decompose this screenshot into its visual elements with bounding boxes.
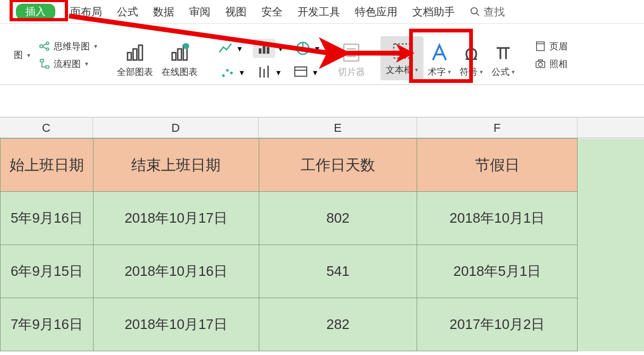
slicer-label: 切片器 <box>338 66 365 78</box>
ribbon-mindmap[interactable]: 思维导图▾ <box>39 40 97 53</box>
menu-bar: 插入 面布局 公式 数据 审阅 视图 安全 开发工具 特色应用 文档助手 查找 <box>0 0 644 24</box>
empty-cell[interactable] <box>578 139 644 192</box>
ribbon-symbol[interactable]: 符号▾ <box>455 39 487 80</box>
mindmap-icon <box>39 40 50 52</box>
tab-view[interactable]: 视图 <box>225 5 247 19</box>
ribbon-wordart[interactable]: 术字▾ <box>423 39 455 80</box>
ribbon-right-group: 页眉 照相 <box>530 30 572 80</box>
cell-d-r3[interactable]: 2018年10月17日 <box>93 298 259 351</box>
cell-e-r3[interactable]: 282 <box>259 298 417 351</box>
stock-chart-icon[interactable] <box>255 64 273 80</box>
ribbon-all-charts[interactable]: 全部图表 <box>113 39 157 80</box>
ribbon-left-group: 图▾ <box>10 30 35 80</box>
svg-rect-7 <box>40 60 44 62</box>
pi-icon <box>492 41 514 64</box>
tab-insert[interactable]: 插入 <box>16 4 55 20</box>
tab-security[interactable]: 安全 <box>261 5 283 19</box>
svg-point-21 <box>226 69 229 72</box>
header-start-date[interactable]: 始上班日期 <box>1 139 94 192</box>
cell-f-r3[interactable]: 2017年10月2日 <box>417 298 578 351</box>
svg-rect-9 <box>128 53 131 60</box>
mindmap-label: 思维导图 <box>54 40 90 53</box>
empty-cell[interactable] <box>578 298 644 351</box>
cell-c-r2[interactable]: 6年9月15日 <box>1 245 94 298</box>
header-footer-icon <box>535 40 546 52</box>
col-header-f[interactable]: F <box>417 117 578 138</box>
svg-rect-16 <box>259 48 261 54</box>
chevron-down-icon[interactable]: ▾ <box>315 44 319 54</box>
col-header-g[interactable] <box>578 117 644 138</box>
header-work-days[interactable]: 工作日天数 <box>259 139 417 192</box>
tab-review[interactable]: 审阅 <box>189 5 210 19</box>
line-chart-icon[interactable] <box>216 40 234 56</box>
more-charts-icon[interactable] <box>292 64 310 80</box>
ribbon-online-charts[interactable]: 在线图表 <box>157 39 202 80</box>
header-end-date[interactable]: 结束上班日期 <box>93 139 259 192</box>
tab-data[interactable]: 数据 <box>153 5 174 19</box>
ribbon-textbox[interactable]: A 文本框▾ <box>380 36 423 80</box>
col-header-c[interactable]: C <box>0 117 93 138</box>
ribbon-separator <box>107 33 107 76</box>
slicer-icon <box>340 41 362 64</box>
tab-doc-assistant[interactable]: 文档助手 <box>412 5 455 19</box>
ribbon-header-footer[interactable]: 页眉 <box>535 40 567 53</box>
svg-point-0 <box>471 8 478 14</box>
cell-e-r1[interactable]: 802 <box>259 192 417 245</box>
ribbon-chart-icons: ▾ ▾ ▾ ▾ ▾ ▾ <box>213 39 323 80</box>
svg-rect-18 <box>267 47 269 54</box>
chevron-down-icon: ▾ <box>415 66 418 73</box>
header-holiday[interactable]: 节假日 <box>417 139 578 192</box>
cell-e-r2[interactable]: 541 <box>259 245 417 298</box>
chevron-down-icon: ▾ <box>94 43 97 50</box>
scatter-chart-icon[interactable] <box>218 64 236 80</box>
menu-search[interactable]: 查找 <box>470 5 505 19</box>
chevron-down-icon: ▾ <box>85 60 88 67</box>
ribbon-group-diagrams: 思维导图▾ 流程图▾ <box>35 30 101 80</box>
textbox-icon: A <box>390 40 413 62</box>
equation-label: 公式 <box>492 66 510 78</box>
tab-developer[interactable]: 开发工具 <box>298 5 340 19</box>
empty-cell[interactable] <box>578 245 644 298</box>
bar-chart-icon <box>124 41 146 64</box>
ribbon-camera[interactable]: 照相 <box>535 58 567 70</box>
chevron-down-icon[interactable]: ▾ <box>240 67 244 78</box>
tab-page-layout[interactable]: 面布局 <box>70 5 102 19</box>
tab-formula[interactable]: 公式 <box>117 5 138 19</box>
table-row: 7年9月16日 2018年10月17日 282 2017年10月2日 <box>1 298 644 351</box>
svg-point-15 <box>183 43 189 49</box>
svg-rect-13 <box>178 49 182 60</box>
svg-point-3 <box>46 42 49 45</box>
cell-f-r2[interactable]: 2018年5月1日 <box>417 245 578 298</box>
chevron-down-icon: ▾ <box>27 52 30 59</box>
chevron-down-icon[interactable]: ▾ <box>238 44 242 54</box>
cell-f-r1[interactable]: 2018年10月1日 <box>417 192 578 245</box>
empty-cell[interactable] <box>578 192 644 245</box>
ribbon-image-trail[interactable]: 图▾ <box>14 49 30 61</box>
chevron-down-icon[interactable]: ▾ <box>276 67 281 78</box>
tab-special[interactable]: 特色应用 <box>355 5 397 19</box>
camera-icon <box>535 58 546 70</box>
ribbon-equation[interactable]: 公式▾ <box>487 39 519 80</box>
ribbon-flowchart[interactable]: 流程图▾ <box>39 58 88 70</box>
chevron-down-icon[interactable]: ▾ <box>313 67 317 78</box>
column-chart-icon[interactable] <box>253 39 275 58</box>
search-icon <box>470 6 480 17</box>
cell-d-r2[interactable]: 2018年10月16日 <box>93 245 259 298</box>
svg-rect-12 <box>172 53 176 60</box>
chevron-down-icon: ▾ <box>448 69 451 75</box>
svg-text:A: A <box>399 46 405 57</box>
ribbon-separator <box>524 33 525 76</box>
svg-point-2 <box>40 45 43 48</box>
pie-chart-icon[interactable] <box>294 40 312 56</box>
ribbon-slicer[interactable]: 切片器 <box>334 39 369 80</box>
flowchart-icon <box>39 58 50 70</box>
chevron-down-icon[interactable]: ▾ <box>278 44 283 54</box>
col-header-e[interactable]: E <box>259 117 417 138</box>
omega-icon <box>460 41 482 64</box>
cell-d-r1[interactable]: 2018年10月17日 <box>93 192 259 245</box>
col-header-d[interactable]: D <box>93 117 259 138</box>
cell-c-r1[interactable]: 5年9月16日 <box>1 192 94 245</box>
online-charts-label: 在线图表 <box>162 66 198 78</box>
cell-c-r3[interactable]: 7年9月16日 <box>1 298 94 351</box>
ribbon: 图▾ 思维导图▾ 流程图▾ 全部图表 <box>0 24 644 85</box>
